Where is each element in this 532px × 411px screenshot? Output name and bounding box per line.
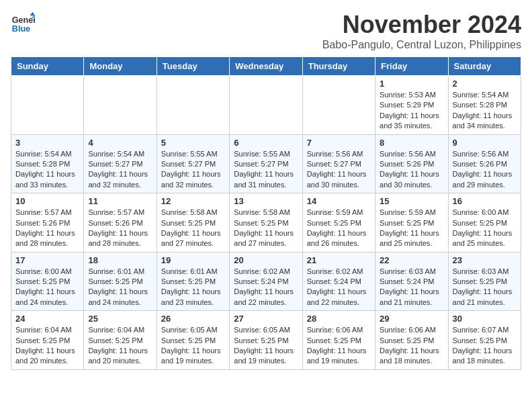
day-number: 13 xyxy=(234,196,298,206)
calendar-table: Sunday Monday Tuesday Wednesday Thursday… xyxy=(11,56,521,370)
day-info: Sunrise: 6:04 AM Sunset: 5:25 PM Dayligh… xyxy=(88,325,152,367)
day-info: Sunrise: 5:54 AM Sunset: 5:27 PM Dayligh… xyxy=(88,149,152,191)
day-number: 10 xyxy=(15,196,79,206)
day-info: Sunrise: 5:56 AM Sunset: 5:27 PM Dayligh… xyxy=(307,149,371,191)
table-row: 8Sunrise: 5:56 AM Sunset: 5:26 PM Daylig… xyxy=(375,134,448,193)
table-row: 25Sunrise: 6:04 AM Sunset: 5:25 PM Dayli… xyxy=(84,311,157,370)
header-friday: Friday xyxy=(375,57,448,76)
day-number: 30 xyxy=(453,314,517,324)
table-row: 15Sunrise: 5:59 AM Sunset: 5:25 PM Dayli… xyxy=(375,193,448,253)
day-info: Sunrise: 6:02 AM Sunset: 5:24 PM Dayligh… xyxy=(234,267,298,308)
day-number: 6 xyxy=(234,138,298,148)
day-number: 1 xyxy=(380,79,443,89)
logo-icon: General Blue xyxy=(11,11,35,35)
day-info: Sunrise: 6:00 AM Sunset: 5:25 PM Dayligh… xyxy=(453,208,517,249)
table-row: 24Sunrise: 6:04 AM Sunset: 5:25 PM Dayli… xyxy=(11,311,84,370)
day-info: Sunrise: 5:56 AM Sunset: 5:26 PM Dayligh… xyxy=(453,149,517,191)
day-number: 12 xyxy=(161,196,225,206)
header-wednesday: Wednesday xyxy=(230,57,302,76)
day-info: Sunrise: 5:58 AM Sunset: 5:25 PM Dayligh… xyxy=(234,208,298,249)
day-number: 20 xyxy=(234,255,298,265)
table-row: 16Sunrise: 6:00 AM Sunset: 5:25 PM Dayli… xyxy=(448,193,521,253)
day-info: Sunrise: 5:57 AM Sunset: 5:26 PM Dayligh… xyxy=(15,208,79,249)
day-info: Sunrise: 6:03 AM Sunset: 5:25 PM Dayligh… xyxy=(453,267,517,308)
table-row: 20Sunrise: 6:02 AM Sunset: 5:24 PM Dayli… xyxy=(230,252,302,311)
day-number: 26 xyxy=(161,314,225,324)
day-info: Sunrise: 5:58 AM Sunset: 5:25 PM Dayligh… xyxy=(161,208,225,249)
table-row: 23Sunrise: 6:03 AM Sunset: 5:25 PM Dayli… xyxy=(448,252,521,311)
day-number: 18 xyxy=(88,255,152,265)
day-number: 24 xyxy=(15,314,79,324)
table-row: 5Sunrise: 5:55 AM Sunset: 5:27 PM Daylig… xyxy=(157,134,229,193)
day-number: 2 xyxy=(453,79,517,89)
table-row: 1Sunrise: 5:53 AM Sunset: 5:29 PM Daylig… xyxy=(375,76,448,135)
day-info: Sunrise: 6:00 AM Sunset: 5:25 PM Dayligh… xyxy=(15,267,79,308)
day-number: 21 xyxy=(307,255,371,265)
table-row: 3Sunrise: 5:54 AM Sunset: 5:28 PM Daylig… xyxy=(11,134,84,193)
table-row: 7Sunrise: 5:56 AM Sunset: 5:27 PM Daylig… xyxy=(302,134,375,193)
location-subtitle: Babo-Pangulo, Central Luzon, Philippines xyxy=(322,39,521,51)
day-info: Sunrise: 6:06 AM Sunset: 5:25 PM Dayligh… xyxy=(380,325,443,367)
header-sunday: Sunday xyxy=(11,57,84,76)
day-number: 4 xyxy=(88,138,152,148)
svg-text:Blue: Blue xyxy=(12,24,30,34)
header-saturday: Saturday xyxy=(448,57,521,76)
day-number: 28 xyxy=(307,314,371,324)
svg-marker-2 xyxy=(30,12,35,15)
table-row: 22Sunrise: 6:03 AM Sunset: 5:24 PM Dayli… xyxy=(375,252,448,311)
table-row: 28Sunrise: 6:06 AM Sunset: 5:25 PM Dayli… xyxy=(302,311,375,370)
day-info: Sunrise: 5:55 AM Sunset: 5:27 PM Dayligh… xyxy=(234,149,298,191)
table-row: 17Sunrise: 6:00 AM Sunset: 5:25 PM Dayli… xyxy=(11,252,84,311)
table-row: 11Sunrise: 5:57 AM Sunset: 5:26 PM Dayli… xyxy=(84,193,157,253)
table-row xyxy=(84,76,157,135)
table-row: 6Sunrise: 5:55 AM Sunset: 5:27 PM Daylig… xyxy=(230,134,302,193)
day-info: Sunrise: 6:06 AM Sunset: 5:25 PM Dayligh… xyxy=(307,325,371,367)
table-row: 18Sunrise: 6:01 AM Sunset: 5:25 PM Dayli… xyxy=(84,252,157,311)
table-row: 10Sunrise: 5:57 AM Sunset: 5:26 PM Dayli… xyxy=(11,193,84,253)
table-row xyxy=(157,76,229,135)
day-number: 27 xyxy=(234,314,298,324)
day-info: Sunrise: 6:01 AM Sunset: 5:25 PM Dayligh… xyxy=(88,267,152,308)
day-number: 7 xyxy=(307,138,371,148)
day-number: 17 xyxy=(15,255,79,265)
day-info: Sunrise: 6:07 AM Sunset: 5:25 PM Dayligh… xyxy=(453,325,517,367)
day-number: 15 xyxy=(380,196,443,206)
header-thursday: Thursday xyxy=(302,57,375,76)
table-row: 19Sunrise: 6:01 AM Sunset: 5:25 PM Dayli… xyxy=(157,252,229,311)
table-row: 12Sunrise: 5:58 AM Sunset: 5:25 PM Dayli… xyxy=(157,193,229,253)
day-number: 19 xyxy=(161,255,225,265)
day-info: Sunrise: 6:03 AM Sunset: 5:24 PM Dayligh… xyxy=(380,267,443,308)
day-number: 29 xyxy=(380,314,443,324)
table-row: 26Sunrise: 6:05 AM Sunset: 5:25 PM Dayli… xyxy=(157,311,229,370)
day-info: Sunrise: 5:59 AM Sunset: 5:25 PM Dayligh… xyxy=(307,208,371,249)
table-row: 14Sunrise: 5:59 AM Sunset: 5:25 PM Dayli… xyxy=(302,193,375,253)
day-number: 11 xyxy=(88,196,152,206)
table-row: 4Sunrise: 5:54 AM Sunset: 5:27 PM Daylig… xyxy=(84,134,157,193)
day-info: Sunrise: 6:01 AM Sunset: 5:25 PM Dayligh… xyxy=(161,267,225,308)
logo: General Blue xyxy=(11,11,35,35)
month-title: November 2024 xyxy=(322,11,521,39)
header-tuesday: Tuesday xyxy=(157,57,229,76)
calendar-week-row: 10Sunrise: 5:57 AM Sunset: 5:26 PM Dayli… xyxy=(11,193,521,253)
day-number: 14 xyxy=(307,196,371,206)
day-info: Sunrise: 5:55 AM Sunset: 5:27 PM Dayligh… xyxy=(161,149,225,191)
day-info: Sunrise: 6:02 AM Sunset: 5:24 PM Dayligh… xyxy=(307,267,371,308)
day-info: Sunrise: 6:05 AM Sunset: 5:25 PM Dayligh… xyxy=(234,325,298,367)
day-number: 22 xyxy=(380,255,443,265)
day-number: 3 xyxy=(15,138,79,148)
day-number: 23 xyxy=(453,255,517,265)
day-info: Sunrise: 5:59 AM Sunset: 5:25 PM Dayligh… xyxy=(380,208,443,249)
day-info: Sunrise: 6:05 AM Sunset: 5:25 PM Dayligh… xyxy=(161,325,225,367)
day-info: Sunrise: 5:54 AM Sunset: 5:28 PM Dayligh… xyxy=(453,90,517,132)
table-row xyxy=(230,76,302,135)
day-info: Sunrise: 5:57 AM Sunset: 5:26 PM Dayligh… xyxy=(88,208,152,249)
table-row: 27Sunrise: 6:05 AM Sunset: 5:25 PM Dayli… xyxy=(230,311,302,370)
day-info: Sunrise: 6:04 AM Sunset: 5:25 PM Dayligh… xyxy=(15,325,79,367)
table-row: 13Sunrise: 5:58 AM Sunset: 5:25 PM Dayli… xyxy=(230,193,302,253)
table-row: 9Sunrise: 5:56 AM Sunset: 5:26 PM Daylig… xyxy=(448,134,521,193)
day-number: 5 xyxy=(161,138,225,148)
day-number: 9 xyxy=(453,138,517,148)
day-number: 16 xyxy=(453,196,517,206)
calendar-week-row: 1Sunrise: 5:53 AM Sunset: 5:29 PM Daylig… xyxy=(11,76,521,135)
calendar-week-row: 3Sunrise: 5:54 AM Sunset: 5:28 PM Daylig… xyxy=(11,134,521,193)
